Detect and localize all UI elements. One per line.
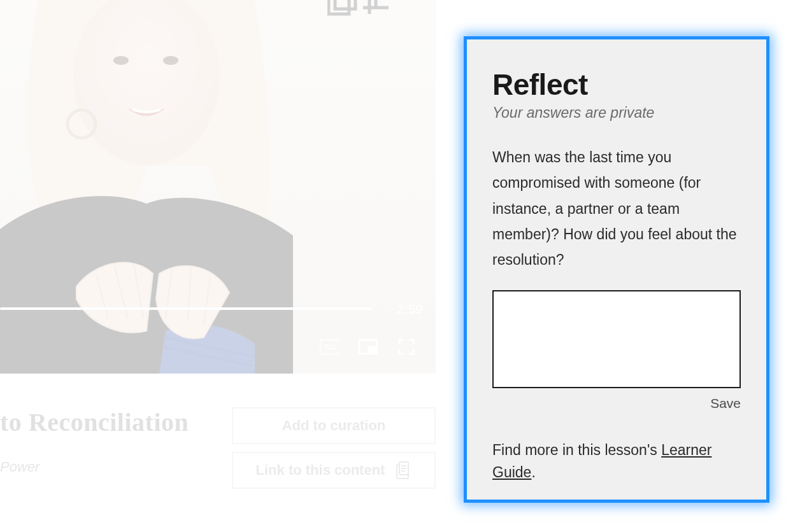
svg-rect-5 bbox=[329, 0, 349, 14]
video-still bbox=[0, 0, 436, 374]
add-to-curation-button[interactable]: Add to curation bbox=[232, 407, 436, 444]
picture-in-picture-icon[interactable] bbox=[358, 339, 378, 354]
logo-fragment-icon bbox=[327, 0, 417, 25]
reflect-privacy-note: Your answers are private bbox=[492, 104, 741, 122]
video-progress-bar[interactable]: 2:59 bbox=[0, 307, 423, 310]
reflect-answer-input[interactable] bbox=[492, 290, 741, 388]
reflect-more-info: Find more in this lesson's Learner Guide… bbox=[492, 439, 741, 483]
svg-point-2 bbox=[113, 56, 129, 65]
video-duration: 2:59 bbox=[397, 302, 423, 317]
svg-rect-14 bbox=[368, 346, 376, 353]
svg-text:CC: CC bbox=[325, 342, 337, 352]
video-top-icons bbox=[327, 0, 417, 25]
fullscreen-icon[interactable] bbox=[396, 339, 417, 354]
reflect-prompt: When was the last time you compromised w… bbox=[492, 144, 741, 272]
svg-rect-6 bbox=[335, 0, 355, 9]
link-to-content-button[interactable]: Link to this content bbox=[232, 452, 436, 489]
link-to-content-label: Link to this content bbox=[256, 462, 385, 479]
svg-point-3 bbox=[163, 56, 178, 65]
clipboard-icon bbox=[395, 461, 411, 480]
save-button[interactable]: Save bbox=[492, 396, 741, 411]
reflect-panel: Reflect Your answers are private When wa… bbox=[464, 36, 769, 503]
video-player[interactable]: 2:59 CC bbox=[0, 0, 436, 374]
closed-captions-icon[interactable]: CC bbox=[320, 339, 340, 354]
reflect-heading: Reflect bbox=[492, 67, 741, 102]
add-to-curation-label: Add to curation bbox=[282, 417, 386, 434]
